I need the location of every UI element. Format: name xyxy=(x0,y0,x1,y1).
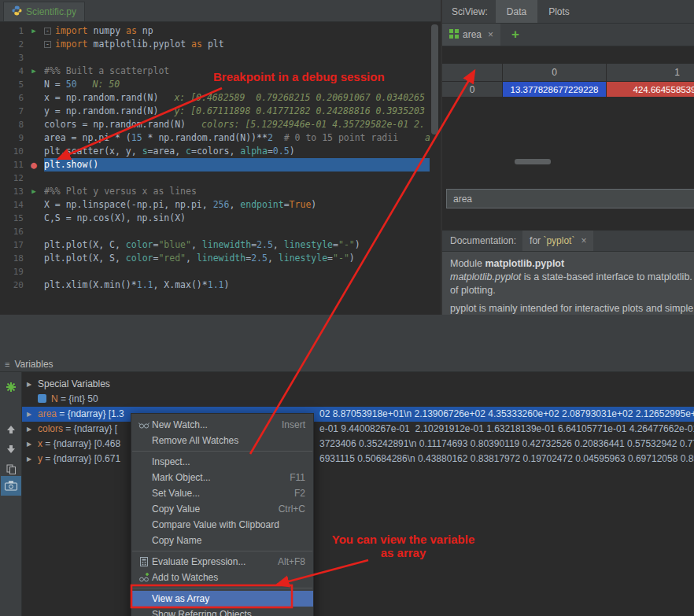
expand-chevron-icon[interactable]: ▶ xyxy=(27,437,38,452)
code-text[interactable] xyxy=(44,51,430,65)
code-text[interactable]: plt.plot(X, S, color="red", linewidth=2.… xyxy=(44,252,430,265)
menu-item-evaluate-expression[interactable]: Evaluate Expression...Alt+F8 xyxy=(131,554,313,570)
variable-row[interactable]: ▶x = {ndarray} [0.4683723406 0.35242891\… xyxy=(22,437,694,452)
sciview-title: SciView: xyxy=(442,0,496,23)
code-text[interactable]: N = 50N: 50 xyxy=(44,78,430,91)
editor-code-area[interactable]: 1▶-import numpy as np2-import matplotlib… xyxy=(0,22,430,315)
menu-item-copy-name[interactable]: Copy Name xyxy=(131,533,313,548)
menu-shortcut: Insert xyxy=(282,419,305,430)
editor-scrollbar[interactable] xyxy=(430,22,441,315)
code-text[interactable]: #%% Plot y versus x as lines xyxy=(44,185,430,198)
menu-item-new-watch[interactable]: New Watch...Insert xyxy=(131,417,313,433)
run-cell-icon[interactable]: ▶ xyxy=(24,24,44,38)
line-number: 3 xyxy=(0,51,24,65)
menu-item-set-value[interactable]: Set Value...F2 xyxy=(131,485,313,501)
sciview-tab-bar: area × + xyxy=(442,24,694,46)
line-number: 16 xyxy=(0,225,24,238)
menu-item-remove-all-watches[interactable]: Remove All Watches xyxy=(131,433,313,448)
camera-tool-button[interactable] xyxy=(1,476,21,496)
menu-item-label: Compare Value with Clipboard xyxy=(152,519,305,530)
debugger-inline-value: y: [0.67111898 0.41771282 0.24288816 0.3… xyxy=(174,105,425,116)
line-number: 4 xyxy=(0,65,24,78)
arrow-down-icon[interactable] xyxy=(0,441,22,458)
menu-item-add-to-watches[interactable]: Add to Watches xyxy=(131,570,313,585)
close-icon[interactable]: × xyxy=(581,235,586,246)
variable-row[interactable]: ▶Special Variables xyxy=(22,377,694,392)
variable-value: = {ndarray} [0.468 xyxy=(42,438,120,449)
table-row-header[interactable]: 0 xyxy=(442,82,503,98)
table-col-header[interactable]: 1 xyxy=(607,64,694,82)
code-text[interactable]: C,S = np.cos(X), np.sin(X) xyxy=(44,212,430,225)
code-text[interactable]: -import numpy as np xyxy=(44,24,430,38)
add-watch-icon xyxy=(136,572,152,583)
gutter-icon-slot xyxy=(24,78,44,91)
variable-row[interactable]: ▶y = {ndarray} [0.6716931115 0.50684286\… xyxy=(22,452,694,467)
menu-item-compare-value-with-clipboard[interactable]: Compare Value with Clipboard xyxy=(131,517,313,533)
menu-item-label: Inspect... xyxy=(152,456,305,467)
code-text[interactable]: -import matplotlib.pyplot as plt xyxy=(44,38,430,51)
code-line: 6x = np.random.rand(N)x: [0.4682589 0.79… xyxy=(0,91,430,105)
tab-area[interactable]: area × xyxy=(442,24,500,46)
add-viewer-icon[interactable]: + xyxy=(511,27,519,42)
line-number: 18 xyxy=(0,252,24,265)
code-text[interactable]: #%% Built a scatterplot xyxy=(44,65,430,78)
sciview-header: SciView: Data Plots xyxy=(442,0,694,24)
code-line: 4▶#%% Built a scatterplot xyxy=(0,65,430,78)
breakpoint-icon[interactable]: ● xyxy=(24,158,44,172)
code-text[interactable] xyxy=(44,265,430,278)
variable-name: colors xyxy=(38,423,63,434)
slice-expression-input[interactable] xyxy=(446,189,694,208)
code-text[interactable]: y = np.random.rand(N)y: [0.67111898 0.41… xyxy=(44,105,430,118)
variable-row[interactable]: N = {int} 50 xyxy=(22,392,694,407)
gutter-icon-slot xyxy=(24,145,44,158)
tab-plots[interactable]: Plots xyxy=(537,0,581,23)
editor-scrollbar-thumb[interactable] xyxy=(431,24,438,135)
calculator-icon xyxy=(136,556,152,567)
gutter-icon-slot xyxy=(24,105,44,118)
arrow-up-icon[interactable] xyxy=(0,421,22,438)
code-text[interactable]: colors = np.random.rand(N)colors: [5.129… xyxy=(44,118,430,131)
code-text[interactable]: plt.plot(X, C, color="blue", linewidth=2… xyxy=(44,238,430,252)
code-text[interactable]: x = np.random.rand(N)x: [0.4682589 0.792… xyxy=(44,91,430,105)
code-text[interactable]: area = np.pi * (15 * np.random.rand(N))*… xyxy=(44,131,430,145)
editor-tab-scientific-py[interactable]: Scientific.py xyxy=(3,2,85,21)
code-text[interactable] xyxy=(44,225,430,238)
code-text[interactable]: plt.show() xyxy=(44,158,430,172)
documentation-label: Documentation: xyxy=(442,231,522,251)
table-col-header[interactable]: 0 xyxy=(503,64,607,82)
line-number: 20 xyxy=(0,278,24,292)
debugger-inline-value: x: [0.4682589 0.79268215 0.20691067 0.03… xyxy=(174,92,425,103)
menu-item-show-referring-objects[interactable]: Show Referring Objects... xyxy=(131,607,313,616)
variable-row[interactable]: ▶area = {ndarray} [1.302 8.87053918e+01\… xyxy=(22,407,694,422)
code-text[interactable]: X = np.linspace(-np.pi, np.pi, 256, endp… xyxy=(44,198,430,212)
table-cell[interactable]: 13.377828677229228 xyxy=(503,82,607,98)
code-text[interactable]: plt.scatter(x, y, s=area, c=colors, alph… xyxy=(44,145,430,158)
doc-tab-pyplot[interactable]: for `pyplot` × xyxy=(522,231,593,251)
variable-name: area xyxy=(38,408,57,419)
menu-item-inspect[interactable]: Inspect... xyxy=(131,454,313,470)
variable-value: = {ndarray} [ xyxy=(63,423,117,434)
run-cell-icon[interactable]: ▶ xyxy=(24,65,44,78)
expand-chevron-icon[interactable]: ▶ xyxy=(27,452,38,467)
expand-chevron-icon[interactable]: ▶ xyxy=(27,407,38,422)
run-cell-icon[interactable]: ▶ xyxy=(24,185,44,198)
copy-icon[interactable] xyxy=(0,460,22,478)
menu-item-mark-object[interactable]: Mark Object...F11 xyxy=(131,470,313,485)
expand-chevron-icon[interactable]: ▶ xyxy=(27,377,38,392)
tab-data[interactable]: Data xyxy=(496,0,537,23)
array-table: 01 013.377828677229228424.66455853997485 xyxy=(442,64,694,98)
table-cell[interactable]: 424.66455853997485 xyxy=(607,82,694,98)
gutter-icon-slot xyxy=(24,225,44,238)
watches-settings-icon[interactable] xyxy=(0,378,22,396)
gutter: 4▶ xyxy=(0,65,44,78)
code-text[interactable] xyxy=(44,172,430,185)
gutter-icon-slot xyxy=(24,265,44,278)
menu-item-copy-value[interactable]: Copy ValueCtrl+C xyxy=(131,501,313,517)
expand-chevron-icon[interactable]: ▶ xyxy=(27,422,38,437)
close-icon[interactable]: × xyxy=(488,29,493,40)
gutter: 13▶ xyxy=(0,185,44,198)
menu-item-view-as-array[interactable]: View as Array xyxy=(131,591,313,607)
variable-row[interactable]: ▶colors = {ndarray} [e-01 9.44008267e-01… xyxy=(22,422,694,437)
code-text[interactable]: plt.xlim(X.min()*1.1, X.max()*1.1) xyxy=(44,278,430,292)
table-scrollbar-thumb[interactable] xyxy=(515,159,551,164)
